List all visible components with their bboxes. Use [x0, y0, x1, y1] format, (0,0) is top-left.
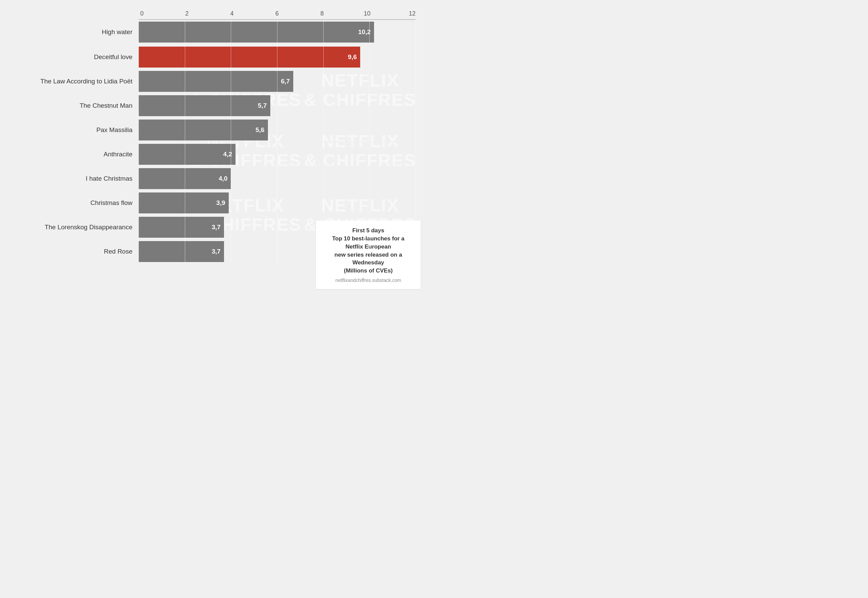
bar-fill: 5,6 — [138, 120, 268, 141]
legend-source: netflixandchiffres.substack.com — [323, 278, 413, 283]
bar-row: The Chestnut Man5,7 — [7, 93, 421, 117]
bar-row: High water10,2 — [7, 20, 421, 44]
bar-fill: 4,2 — [138, 144, 235, 165]
bar-fill: 9,6 — [138, 46, 360, 67]
bar-label: The Law According to Lidia Poët — [7, 78, 138, 85]
bar-fill: 4,0 — [138, 168, 231, 189]
bar-row: The Law According to Lidia Poët6,7 — [7, 69, 421, 93]
bar-value: 3,7 — [211, 248, 220, 255]
x-label-2: 2 — [183, 10, 190, 17]
legend-title: First 5 days Top 10 best-launches for a … — [323, 227, 413, 275]
x-axis-labels: 0 2 4 6 8 10 12 — [138, 10, 415, 17]
bar-fill: 3,7 — [138, 217, 224, 238]
bar-track: 9,6 — [138, 46, 421, 67]
bar-fill: 10,2 — [138, 22, 374, 43]
bar-value: 5,7 — [258, 102, 267, 109]
bar-value: 4,2 — [223, 151, 232, 158]
bar-row: I hate Christmas4,0 — [7, 166, 421, 190]
bar-label: The Lorenskog Disappearance — [7, 224, 138, 231]
bar-label: High water — [7, 28, 138, 36]
bar-fill: 3,9 — [138, 193, 229, 214]
bar-track: 3,9 — [138, 193, 421, 214]
bar-value: 9,6 — [348, 53, 357, 61]
bar-fill: 6,7 — [138, 71, 293, 92]
bar-row: Christmas flow3,9 — [7, 190, 421, 214]
bar-track: 5,7 — [138, 95, 421, 116]
bar-fill: 3,7 — [138, 241, 224, 262]
bar-label: Deceitful love — [7, 53, 138, 61]
bar-label: I hate Christmas — [7, 175, 138, 182]
x-label-12: 12 — [409, 10, 415, 17]
bar-value: 10,2 — [358, 28, 371, 36]
bar-value: 5,6 — [255, 126, 264, 134]
bar-label: The Chestnut Man — [7, 102, 138, 109]
x-label-6: 6 — [274, 10, 280, 17]
x-label-8: 8 — [319, 10, 325, 17]
bar-value: 4,0 — [219, 175, 227, 182]
bar-label: Christmas flow — [7, 199, 138, 207]
bar-value: 3,7 — [211, 224, 220, 231]
bar-track: 5,6 — [138, 120, 421, 141]
bar-track: 6,7 — [138, 71, 421, 92]
bar-track: 10,2 — [138, 22, 421, 43]
legend-box: First 5 days Top 10 best-launches for a … — [316, 220, 421, 289]
bar-row: Pax Massilia5,6 — [7, 117, 421, 142]
chart-container: NETFLIX& CHIFFRES NETFLIX& CHIFFRES NETF… — [0, 0, 434, 299]
bar-row: Anthracite4,2 — [7, 142, 421, 166]
bar-label: Red Rose — [7, 248, 138, 255]
bar-fill: 5,7 — [138, 95, 270, 116]
bar-track: 4,0 — [138, 168, 421, 189]
bar-track: 4,2 — [138, 144, 421, 165]
bar-value: 3,9 — [216, 199, 225, 207]
bar-label: Anthracite — [7, 151, 138, 158]
bar-label: Pax Massilia — [7, 126, 138, 134]
x-label-4: 4 — [229, 10, 235, 17]
bar-value: 6,7 — [281, 78, 289, 85]
x-label-0: 0 — [138, 10, 145, 17]
x-label-10: 10 — [364, 10, 371, 17]
bar-row: Deceitful love9,6 — [7, 44, 421, 69]
